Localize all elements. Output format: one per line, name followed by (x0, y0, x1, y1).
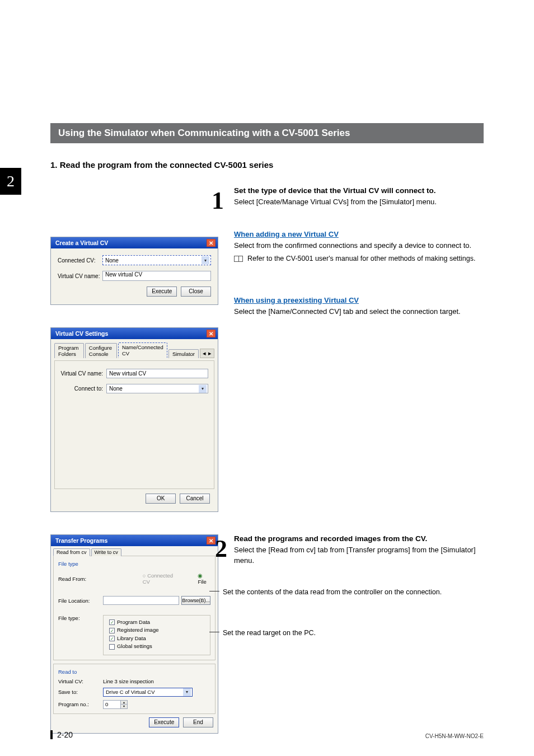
chk-label: Registered image (117, 627, 158, 633)
tab-read-from-cv[interactable]: Read from cv (53, 548, 90, 556)
step-number-1: 1 (212, 186, 224, 215)
save-to-select[interactable]: Drive C of Virtual CV ▾ (103, 688, 193, 697)
execute-button[interactable]: Execute (149, 717, 179, 727)
annotation-leader-line (209, 591, 219, 591)
step1-title: Set the type of device that the Virtual … (234, 186, 484, 195)
subhead-add-body: Select from the confirmed connections an… (234, 241, 484, 251)
chk-label: Program Data (117, 619, 150, 625)
tab-write-to-cv[interactable]: Write to cv (91, 548, 121, 556)
annotation-read-target: Set the read target on the PC. (223, 628, 316, 638)
checkbox-program-data[interactable] (109, 619, 115, 625)
step2-title: Read the programs and recorded images fr… (234, 534, 484, 543)
close-icon[interactable]: ✕ (207, 330, 216, 337)
subsection-title: 1. Read the program from the connected C… (50, 160, 484, 170)
program-no-spinner[interactable]: 0 ▴▾ (103, 700, 128, 709)
tab-nav-right-icon[interactable]: ▸ (208, 350, 212, 357)
book-icon (234, 256, 243, 262)
connected-cv-value: None (105, 257, 119, 264)
annotation-contents: Set the contents of the data read from t… (223, 588, 442, 597)
step2-body: Select the [Read from cv] tab from [Tran… (234, 545, 484, 566)
cancel-button[interactable]: Cancel (180, 494, 210, 504)
read-from-label: Read From: (58, 576, 98, 582)
annotation-leader-line (209, 632, 219, 632)
tab-configure-console[interactable]: Configure Console (85, 343, 117, 358)
close-button[interactable]: Close (181, 287, 211, 297)
save-to-label: Save to: (58, 689, 103, 695)
group-file-type: File type (58, 561, 210, 567)
radio-connected-cv[interactable]: Connected CV (143, 572, 176, 585)
vc-name-input[interactable]: New virtual CV (106, 369, 208, 378)
checkbox-global-settings[interactable] (109, 644, 115, 650)
group-read-to: Read to (58, 669, 210, 675)
page-number: 2-20 (50, 730, 73, 739)
document-id: CV-H5N-M-WW-NO2-E (425, 733, 484, 739)
dialog-title: Virtual CV Settings (55, 330, 108, 337)
subhead-add-virtual-cv: When adding a new Virtual CV (234, 230, 484, 238)
browse-button[interactable]: Browse(B)... (181, 596, 210, 605)
connect-to-select[interactable]: None ▾ (106, 384, 208, 393)
radio-file[interactable]: File (198, 572, 210, 585)
spin-up-icon[interactable]: ▴ (120, 701, 127, 705)
chk-label: Global settings (117, 643, 152, 649)
checkbox-registered-image[interactable] (109, 628, 115, 633)
virtual-cv-settings-dialog: Virtual CV Settings ✕ Program Folders Co… (50, 327, 218, 512)
section-title: Using the Simulator when Communicating w… (50, 123, 484, 143)
chevron-down-icon: ▾ (199, 385, 207, 393)
spin-down-icon[interactable]: ▾ (120, 705, 127, 708)
close-icon[interactable]: ✕ (207, 537, 216, 544)
virtual-cv-name-label: Virtual CV name: (58, 273, 102, 279)
virtual-cv-value: Line 3 size inspection (103, 678, 154, 684)
tab-name-connected-cv[interactable]: Name/Connected CV (118, 342, 167, 358)
file-type-label: File type: (58, 615, 103, 621)
file-location-input[interactable] (103, 596, 179, 605)
transfer-programs-dialog: Transfer Programs ✕ Read from cv Write t… (50, 534, 218, 734)
virtual-cv-label: Virtual CV: (58, 678, 103, 684)
chevron-down-icon: ▾ (202, 256, 209, 264)
subhead-preexisting-body: Select the [Name/Connected CV] tab and s… (234, 307, 484, 317)
tab-simulator[interactable]: Simulator (168, 349, 199, 358)
connect-to-label: Connect to: (60, 386, 106, 392)
create-virtual-cv-dialog: Create a Virtual CV ✕ Connected CV: None… (50, 237, 218, 305)
virtual-cv-name-input[interactable]: New virtual CV (102, 271, 211, 281)
reference-text: Refer to the CV-5001 user's manual for o… (247, 255, 475, 262)
close-icon[interactable]: ✕ (207, 239, 216, 247)
execute-button[interactable]: Execute (147, 287, 177, 297)
step1-body: Select [Create/Manage Virtual CVs] from … (234, 197, 484, 208)
end-button[interactable]: End (183, 717, 213, 727)
vc-name-label: Virtual CV name: (60, 370, 106, 377)
checkbox-library-data[interactable] (109, 636, 115, 641)
file-location-label: File Location: (58, 598, 103, 604)
subhead-preexisting: When using a preexisting Virtual CV (234, 296, 484, 304)
connected-cv-label: Connected CV: (58, 257, 102, 264)
ok-button[interactable]: OK (146, 494, 176, 504)
chevron-down-icon: ▾ (183, 688, 191, 696)
chk-label: Library Data (117, 635, 146, 641)
tab-program-folders[interactable]: Program Folders (54, 343, 84, 358)
dialog-title: Transfer Programs (55, 537, 107, 544)
step-number-2: 2 (215, 534, 227, 563)
chapter-tab: 2 (0, 168, 21, 195)
connected-cv-select[interactable]: None ▾ (102, 255, 211, 265)
dialog-title: Create a Virtual CV (55, 240, 108, 246)
tab-nav-left-icon[interactable]: ◂ (203, 350, 206, 357)
program-no-label: Program no.: (58, 701, 103, 707)
